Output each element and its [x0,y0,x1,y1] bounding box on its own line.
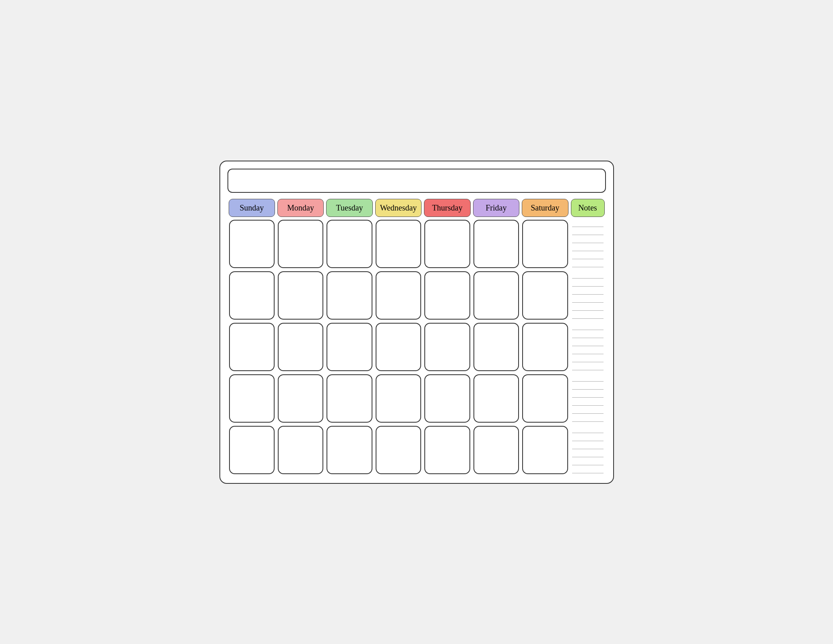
cell-r5-mon[interactable] [278,426,323,474]
cell-r3-mon[interactable] [278,323,323,371]
cell-r1-tue[interactable] [327,220,372,268]
cell-r4-tue[interactable] [327,374,372,423]
cell-r4-wed[interactable] [376,374,421,423]
header-sunday: Sunday [229,199,275,217]
notes-lines-r4[interactable] [570,373,606,424]
cell-r5-sat[interactable] [522,426,568,474]
cell-r2-tue[interactable] [327,271,372,320]
cell-r3-fri[interactable] [473,323,519,371]
cell-r5-sun[interactable] [229,426,275,474]
cell-r3-sun[interactable] [229,323,275,371]
calendar-wrapper: Sunday Monday Tuesday Wednesday Thursday… [219,161,614,484]
cell-r2-wed[interactable] [376,271,421,320]
cell-r4-fri[interactable] [473,374,519,423]
notes-lines-r3[interactable] [570,321,606,373]
cell-r2-fri[interactable] [473,271,519,320]
cell-r3-tue[interactable] [327,323,372,371]
cell-r5-wed[interactable] [376,426,421,474]
cell-r3-sat[interactable] [522,323,568,371]
notes-lines-r2[interactable] [570,270,606,321]
cell-r4-sat[interactable] [522,374,568,423]
header-thursday: Thursday [424,199,470,217]
cell-r4-sun[interactable] [229,374,275,423]
cell-r4-thu[interactable] [424,374,470,423]
cell-r2-mon[interactable] [278,271,323,320]
notes-lines-r5[interactable] [570,424,606,476]
header-notes: Notes [571,199,605,217]
cell-r5-tue[interactable] [327,426,372,474]
header-saturday: Saturday [522,199,568,217]
calendar-grid: Sunday Monday Tuesday Wednesday Thursday… [227,198,606,476]
cell-r5-fri[interactable] [473,426,519,474]
header-wednesday: Wednesday [375,199,422,217]
cell-r2-sun[interactable] [229,271,275,320]
cell-r4-mon[interactable] [278,374,323,423]
title-bar[interactable] [227,169,606,193]
cell-r3-thu[interactable] [424,323,470,371]
cell-r1-mon[interactable] [278,220,323,268]
cell-r1-sat[interactable] [522,220,568,268]
header-monday: Monday [277,199,324,217]
cell-r1-wed[interactable] [376,220,421,268]
header-friday: Friday [473,199,519,217]
header-tuesday: Tuesday [326,199,372,217]
cell-r1-thu[interactable] [424,220,470,268]
cell-r1-sun[interactable] [229,220,275,268]
cell-r2-thu[interactable] [424,271,470,320]
cell-r5-thu[interactable] [424,426,470,474]
cell-r2-sat[interactable] [522,271,568,320]
cell-r1-fri[interactable] [473,220,519,268]
notes-lines-r1[interactable] [570,218,606,270]
cell-r3-wed[interactable] [376,323,421,371]
